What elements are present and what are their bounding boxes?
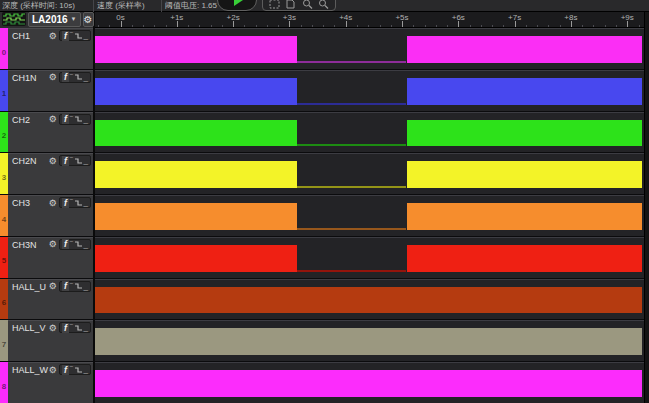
ruler-minor-tick	[109, 25, 110, 27]
channel-settings-gear-icon[interactable]: ⚙	[49, 281, 57, 291]
waveform-low-segment	[297, 270, 406, 272]
waveform-high-segment	[95, 328, 642, 355]
trigger-edge-icon[interactable]	[74, 324, 83, 332]
export-document-icon[interactable]	[285, 0, 296, 9]
waveform-lane[interactable]	[95, 28, 649, 69]
play-icon	[234, 0, 243, 6]
channel-measure-f-icon[interactable]: f	[62, 365, 69, 375]
waveform-lane[interactable]	[95, 320, 649, 361]
channel-settings-gear-icon[interactable]: ⚙	[49, 198, 57, 208]
trigger-high-level-icon[interactable]: ‾	[70, 365, 73, 374]
channel-measure-f-icon[interactable]: f	[62, 198, 69, 208]
channel-list: 0 CH1 ⚙ f ‾ _ 1 CH1N	[0, 28, 649, 403]
channel-measure-f-icon[interactable]: f	[62, 72, 69, 82]
trigger-low-level-icon[interactable]: _	[84, 365, 88, 374]
waveform-lane[interactable]	[95, 237, 649, 278]
waveform-high-segment	[95, 36, 297, 63]
trigger-low-level-icon[interactable]: _	[84, 73, 88, 82]
channel-row: 5 CH3N ⚙ f ‾ _	[0, 236, 649, 278]
channel-number: 8	[0, 382, 8, 391]
channel-color-strip: 3	[0, 153, 8, 194]
trigger-low-level-icon[interactable]: _	[84, 240, 88, 249]
ruler-major-tick	[177, 21, 178, 27]
waveform-lane[interactable]	[95, 70, 649, 111]
trigger-low-level-icon[interactable]: _	[84, 323, 88, 332]
ruler-minor-tick	[391, 25, 392, 27]
trigger-low-level-icon[interactable]: _	[84, 31, 88, 40]
channel-settings-gear-icon[interactable]: ⚙	[49, 239, 57, 249]
channel-label-cell[interactable]: 6 HALL_U ⚙ f ‾ _	[0, 279, 95, 320]
zoom-in-icon[interactable]	[302, 0, 313, 9]
selection-box-icon[interactable]	[269, 0, 280, 9]
waveform-lane[interactable]	[95, 362, 649, 403]
channel-row: 1 CH1N ⚙ f ‾ _	[0, 69, 649, 111]
channel-measure-f-icon[interactable]: f	[62, 323, 69, 333]
channel-label-cell[interactable]: 5 CH3N ⚙ f ‾ _	[0, 237, 95, 278]
waveform-lane[interactable]	[95, 279, 649, 320]
trigger-edge-icon[interactable]	[74, 73, 83, 81]
channel-controls: ⚙ f ‾ _	[49, 197, 91, 208]
channel-controls: ⚙ f ‾ _	[49, 281, 91, 292]
waveform-lane[interactable]	[95, 153, 649, 194]
channel-trigger-group: f ‾ _	[59, 30, 91, 41]
waveform-high-segment	[95, 78, 297, 105]
device-model-label: LA2016	[32, 13, 68, 26]
trigger-edge-icon[interactable]	[74, 240, 83, 248]
channel-settings-gear-icon[interactable]: ⚙	[49, 114, 57, 124]
trigger-edge-icon[interactable]	[74, 32, 83, 40]
time-ruler[interactable]: 0s+1s+2s+3s+4s+5s+6s+7s+8s+9s	[95, 12, 649, 28]
trigger-high-level-icon[interactable]: ‾	[70, 323, 73, 332]
trigger-high-level-icon[interactable]: ‾	[70, 282, 73, 291]
trigger-high-level-icon[interactable]: ‾	[70, 240, 73, 249]
channel-measure-f-icon[interactable]: f	[62, 156, 69, 166]
trigger-edge-icon[interactable]	[74, 115, 83, 123]
ruler-minor-tick	[605, 25, 606, 27]
channel-settings-gear-icon[interactable]: ⚙	[49, 156, 57, 166]
channel-label-cell[interactable]: 1 CH1N ⚙ f ‾ _	[0, 70, 95, 111]
channel-row: 8 HALL_W ⚙ f ‾ _	[0, 361, 649, 403]
channel-color-strip: 5	[0, 237, 8, 278]
start-capture-button[interactable]	[217, 0, 257, 11]
trigger-low-level-icon[interactable]: _	[84, 156, 88, 165]
trigger-low-level-icon[interactable]: _	[84, 282, 88, 291]
ruler-minor-tick	[211, 25, 212, 27]
device-settings-gear-icon[interactable]: ⚙	[83, 12, 94, 27]
trigger-high-level-icon[interactable]: ‾	[70, 198, 73, 207]
vertical-scrollbar[interactable]	[644, 12, 649, 403]
waveform-high-segment	[95, 120, 297, 147]
channel-measure-f-icon[interactable]: f	[62, 239, 69, 249]
trigger-edge-icon[interactable]	[74, 157, 83, 165]
channel-settings-gear-icon[interactable]: ⚙	[49, 31, 57, 41]
channel-measure-f-icon[interactable]: f	[62, 31, 69, 41]
waveform-lane[interactable]	[95, 112, 649, 153]
channel-label-cell[interactable]: 7 HALL_V ⚙ f ‾ _	[0, 320, 95, 361]
channel-measure-f-icon[interactable]: f	[62, 114, 69, 124]
ruler-minor-tick	[537, 25, 538, 27]
channel-settings-gear-icon[interactable]: ⚙	[49, 323, 57, 333]
trigger-low-level-icon[interactable]: _	[84, 198, 88, 207]
waveform-lane[interactable]	[95, 195, 649, 236]
device-model-dropdown[interactable]: LA2016 ▼	[28, 12, 81, 27]
channel-row: 6 HALL_U ⚙ f ‾ _	[0, 278, 649, 320]
channel-label-cell[interactable]: 2 CH2 ⚙ f ‾ _	[0, 112, 95, 153]
trigger-edge-icon[interactable]	[74, 199, 83, 207]
channel-trigger-group: f ‾ _	[59, 114, 91, 125]
channel-color-strip: 7	[0, 320, 8, 361]
channel-settings-gear-icon[interactable]: ⚙	[49, 72, 57, 82]
trigger-low-level-icon[interactable]: _	[84, 115, 88, 124]
trigger-high-level-icon[interactable]: ‾	[70, 73, 73, 82]
trigger-high-level-icon[interactable]: ‾	[70, 115, 73, 124]
channel-trigger-group: f ‾ _	[59, 364, 91, 375]
zoom-out-icon[interactable]	[318, 0, 329, 9]
trigger-edge-icon[interactable]	[74, 282, 83, 290]
trigger-high-level-icon[interactable]: ‾	[70, 31, 73, 40]
ruler-major-tick	[121, 21, 122, 27]
channel-settings-gear-icon[interactable]: ⚙	[49, 365, 57, 375]
channel-label-cell[interactable]: 3 CH2N ⚙ f ‾ _	[0, 153, 95, 194]
channel-label-cell[interactable]: 4 CH3 ⚙ f ‾ _	[0, 195, 95, 236]
channel-label-cell[interactable]: 0 CH1 ⚙ f ‾ _	[0, 28, 95, 69]
channel-label-cell[interactable]: 8 HALL_W ⚙ f ‾ _	[0, 362, 95, 403]
trigger-high-level-icon[interactable]: ‾	[70, 156, 73, 165]
channel-measure-f-icon[interactable]: f	[62, 281, 69, 291]
trigger-edge-icon[interactable]	[74, 366, 83, 374]
